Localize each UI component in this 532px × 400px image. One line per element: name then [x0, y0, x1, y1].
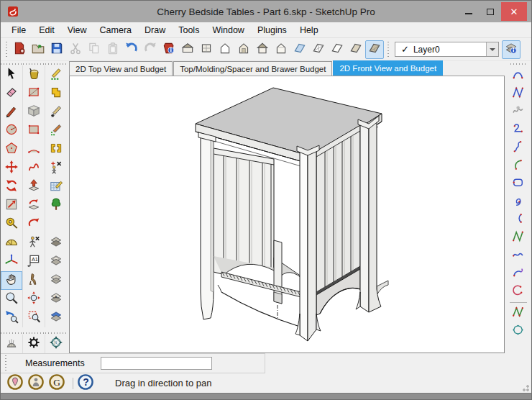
iso-view-button[interactable] [178, 40, 197, 59]
arc-tool-button[interactable] [23, 140, 45, 159]
hidden-line-style-button[interactable] [328, 40, 347, 59]
close-button[interactable]: ✕ [501, 2, 527, 21]
bedside-table-model[interactable] [70, 76, 505, 353]
line-pencil-tool-button[interactable] [1, 103, 22, 122]
menu-file[interactable]: File [5, 24, 32, 37]
new-file-button[interactable] [10, 40, 29, 59]
green-polyline-tool-button[interactable] [509, 229, 528, 247]
bezier-edit-tool-button[interactable] [509, 103, 528, 121]
open-file-button[interactable] [29, 40, 47, 59]
layer-dropdown-arrow-icon[interactable] [486, 42, 498, 56]
menu-edit[interactable]: Edit [32, 24, 61, 37]
select-tool-button[interactable] [1, 65, 22, 84]
wireframe-style-button[interactable] [309, 40, 328, 59]
green-polyline-2-tool-button[interactable] [509, 304, 528, 322]
xray-style-button[interactable] [290, 40, 309, 59]
grid-pencil-tool-button[interactable] [45, 178, 67, 196]
layer-manager-button[interactable] [502, 40, 520, 59]
toolbar-grip[interactable] [4, 42, 8, 58]
compass-tool-button[interactable]: N [45, 335, 67, 353]
title-bar[interactable]: Cherry Bedside Tables - Part 6.skp - Ske… [1, 1, 531, 22]
pan-tool-button[interactable] [1, 271, 22, 290]
bezier-arc-tool-button[interactable] [509, 67, 528, 85]
axes-tool-button[interactable] [1, 253, 22, 271]
attach-figure-tool-button[interactable] [45, 159, 67, 178]
position-camera-tool-button[interactable] [23, 234, 45, 253]
pages-stack-tool-button[interactable] [45, 234, 67, 253]
squiggle-tool-button[interactable] [509, 247, 528, 265]
rectangle-tool-button[interactable] [23, 84, 45, 103]
menu-plugins[interactable]: Plugins [251, 24, 293, 37]
box-3d-tool-button[interactable] [23, 103, 45, 122]
front-view-button[interactable] [216, 40, 234, 59]
menu-view[interactable]: View [61, 24, 93, 37]
tape-measure-tool-button[interactable] [1, 215, 22, 234]
right-view-button[interactable] [234, 40, 253, 59]
move-tool-button[interactable] [1, 159, 22, 178]
maximize-button[interactable] [480, 2, 501, 21]
spiral-tool-button[interactable] [509, 193, 528, 211]
scale-tool-button[interactable] [1, 196, 22, 215]
freehand-tool-button[interactable] [23, 159, 45, 178]
brackets-tool-button[interactable] [45, 140, 67, 159]
eraser-tool-button[interactable] [1, 84, 22, 103]
rotate-arrow-tool-button[interactable] [23, 215, 45, 234]
polygon-tool-button[interactable] [1, 140, 22, 159]
scene-tab-3[interactable]: 2D Front View and Budget [333, 60, 443, 76]
toolbar-grip[interactable] [510, 63, 526, 65]
text-stack-tool-button[interactable]: A [45, 290, 67, 309]
rotate-tool-button[interactable] [1, 178, 22, 196]
geolocation-button[interactable] [6, 375, 24, 392]
protractor-tool-button[interactable] [1, 234, 22, 253]
measurements-input[interactable] [101, 357, 212, 370]
minimize-button[interactable] [458, 2, 480, 21]
zoom-window-tool-button[interactable] [23, 309, 45, 327]
shaded-style-button[interactable] [347, 40, 365, 59]
bezier-scurve-tool-button[interactable] [509, 139, 528, 157]
google-credit-button[interactable]: G [48, 375, 65, 392]
bezier-polyline-tool-button[interactable] [509, 85, 528, 103]
model-info-button[interactable] [160, 40, 178, 59]
construction-pencil-tool-button[interactable] [45, 103, 67, 122]
menu-help[interactable]: Help [293, 24, 325, 37]
red-arc-tool-button[interactable] [509, 283, 528, 301]
help-button[interactable]: ? [77, 375, 94, 392]
save-file-button[interactable] [47, 40, 66, 59]
menu-draw[interactable]: Draw [138, 24, 172, 37]
c-curve-tool-button[interactable] [509, 211, 528, 229]
toolbar-grip[interactable] [386, 42, 390, 58]
menu-camera[interactable]: Camera [93, 24, 138, 37]
bezier-wave-tool-button[interactable] [509, 121, 528, 139]
claim-model-button[interactable] [27, 375, 45, 392]
walk-tool-button[interactable] [23, 271, 45, 290]
measure-pencil-tool-button[interactable] [45, 65, 67, 84]
arc-curl-tool-button[interactable] [509, 265, 528, 283]
rectangle-2-tool-button[interactable] [23, 122, 45, 140]
push-pull-tool-button[interactable] [23, 178, 45, 196]
previous-view-tool-button[interactable] [1, 309, 22, 327]
menu-tools[interactable]: Tools [172, 24, 206, 37]
tree-tool-button[interactable] [45, 196, 67, 215]
marker-pencil-tool-button[interactable] [45, 122, 67, 140]
frames-stack-tool-button[interactable] [45, 253, 67, 271]
menu-window[interactable]: Window [206, 24, 250, 37]
layer-dropdown[interactable]: ✓Layer0 [395, 42, 499, 57]
top-view-button[interactable] [197, 40, 216, 59]
zoom-extents-tool-button[interactable] [23, 290, 45, 309]
scene-tab-2[interactable]: Top/Molding/Spacer and Brawer Budget [173, 61, 332, 76]
toolbar-grip[interactable] [4, 355, 7, 371]
scene-tab-1[interactable]: 2D Top View and Budget [69, 61, 173, 76]
follow-me-tool-button[interactable] [23, 196, 45, 215]
zoom-tool-button[interactable] [1, 290, 22, 309]
undo-button[interactable] [122, 40, 141, 59]
circle-tool-button[interactable] [1, 122, 22, 140]
dome-tool-button[interactable] [1, 335, 22, 353]
component-tool-button[interactable] [45, 84, 67, 103]
green-arc-tool-button[interactable] [509, 157, 528, 175]
model-canvas[interactable] [69, 76, 505, 353]
teal-polygon-tool-button[interactable] [509, 322, 528, 340]
copy-stack-tool-button[interactable] [45, 271, 67, 290]
monochrome-style-button[interactable] [365, 40, 384, 59]
gear-tool-button[interactable] [23, 335, 45, 353]
rounded-rect-tool-button[interactable] [509, 175, 528, 193]
